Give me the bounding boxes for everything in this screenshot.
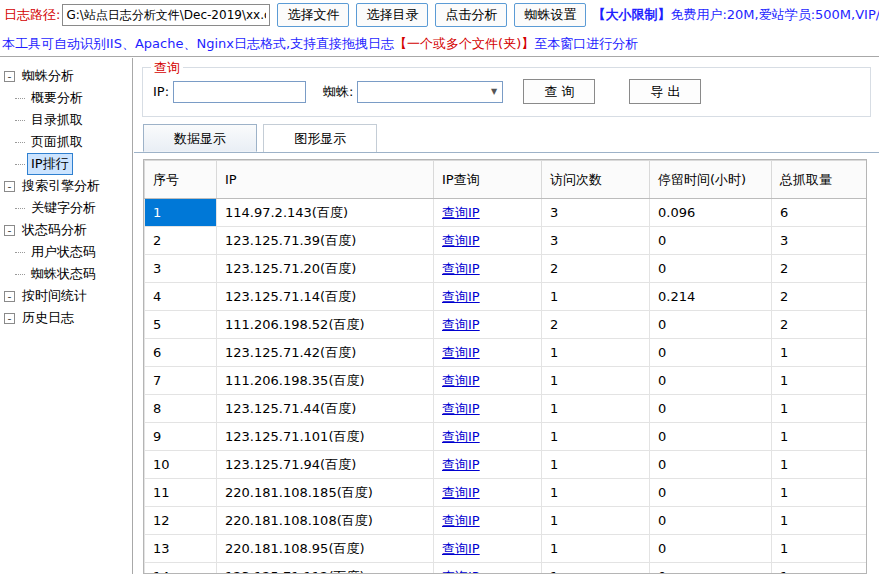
sidebar-item-summary-analysis[interactable]: 概要分析 xyxy=(0,87,132,109)
cell-ip[interactable]: 123.125.71.14(百度) xyxy=(217,283,434,311)
export-button[interactable]: 导 出 xyxy=(629,79,701,104)
cell-no[interactable]: 6 xyxy=(145,339,217,367)
ip-filter-input[interactable] xyxy=(173,81,306,103)
collapse-icon[interactable]: - xyxy=(4,313,15,324)
cell-no[interactable]: 10 xyxy=(145,451,217,479)
cell-visits[interactable]: 1 xyxy=(542,283,650,311)
header-no[interactable]: 序号 xyxy=(145,161,217,199)
cell-visits[interactable]: 1 xyxy=(542,451,650,479)
cell-ip[interactable]: 123.125.71.101(百度) xyxy=(217,423,434,451)
sidebar-item-page-crawl[interactable]: 页面抓取 xyxy=(0,131,132,153)
cell-no[interactable]: 11 xyxy=(145,479,217,507)
cell-ip[interactable]: 123.125.71.39(百度) xyxy=(217,227,434,255)
cell-stay-time[interactable]: 0.096 xyxy=(650,199,772,227)
cell-visits[interactable]: 3 xyxy=(542,227,650,255)
header-stay-time[interactable]: 停留时间(小时) xyxy=(650,161,772,199)
cell-no[interactable]: 7 xyxy=(145,367,217,395)
ip-lookup-link[interactable]: 查询IP xyxy=(442,485,480,500)
cell-ip[interactable]: 123.125.71.94(百度) xyxy=(217,451,434,479)
ip-lookup-link[interactable]: 查询IP xyxy=(442,429,480,444)
cell-no[interactable]: 1 xyxy=(145,199,217,227)
cell-no[interactable]: 5 xyxy=(145,311,217,339)
cell-ip[interactable]: 114.97.2.143(百度) xyxy=(217,199,434,227)
cell-total-crawl[interactable]: 1 xyxy=(772,563,867,574)
ip-lookup-link[interactable]: 查询IP xyxy=(442,541,480,556)
cell-no[interactable]: 12 xyxy=(145,507,217,535)
sidebar-item-directory-crawl[interactable]: 目录抓取 xyxy=(0,109,132,131)
cell-ip[interactable]: 123.125.71.42(百度) xyxy=(217,339,434,367)
cell-total-crawl[interactable]: 2 xyxy=(772,283,867,311)
ip-lookup-link[interactable]: 查询IP xyxy=(442,317,480,332)
header-total-crawl[interactable]: 总抓取量 xyxy=(772,161,867,199)
cell-stay-time[interactable]: 0 xyxy=(650,507,772,535)
header-ip-lookup[interactable]: IP查询 xyxy=(434,161,542,199)
log-path-input[interactable] xyxy=(62,4,270,26)
cell-ip[interactable]: 123.125.71.112(百度) xyxy=(217,563,434,574)
cell-visits[interactable]: 1 xyxy=(542,535,650,563)
cell-ip[interactable]: 220.181.108.185(百度) xyxy=(217,479,434,507)
ip-lookup-link[interactable]: 查询IP xyxy=(442,345,480,360)
cell-total-crawl[interactable]: 1 xyxy=(772,367,867,395)
collapse-icon[interactable]: - xyxy=(4,71,15,82)
header-visits[interactable]: 访问次数 xyxy=(542,161,650,199)
cell-visits[interactable]: 1 xyxy=(542,479,650,507)
ip-lookup-link[interactable]: 查询IP xyxy=(442,289,480,304)
cell-stay-time[interactable]: 0 xyxy=(650,395,772,423)
collapse-icon[interactable]: - xyxy=(4,181,15,192)
cell-total-crawl[interactable]: 6 xyxy=(772,199,867,227)
cell-stay-time[interactable]: 0.214 xyxy=(650,283,772,311)
cell-visits[interactable]: 1 xyxy=(542,367,650,395)
cell-ip[interactable]: 220.181.108.108(百度) xyxy=(217,507,434,535)
cell-ip[interactable]: 123.125.71.44(百度) xyxy=(217,395,434,423)
spider-select[interactable]: ▼ xyxy=(357,81,503,103)
cell-ip[interactable]: 111.206.198.52(百度) xyxy=(217,311,434,339)
cell-no[interactable]: 2 xyxy=(145,227,217,255)
sidebar-item-history-log[interactable]: -历史日志 xyxy=(0,307,132,329)
cell-no[interactable]: 13 xyxy=(145,535,217,563)
collapse-icon[interactable]: - xyxy=(4,225,15,236)
sidebar-item-status-code-analysis[interactable]: -状态码分析 xyxy=(0,219,132,241)
cell-visits[interactable]: 1 xyxy=(542,395,650,423)
cell-stay-time[interactable]: 0 xyxy=(650,339,772,367)
analyze-button[interactable]: 点击分析 xyxy=(435,3,507,27)
cell-stay-time[interactable]: 0 xyxy=(650,423,772,451)
sidebar-item-time-statistics[interactable]: -按时间统计 xyxy=(0,285,132,307)
ip-lookup-link[interactable]: 查询IP xyxy=(442,401,480,416)
chevron-down-icon[interactable]: ▼ xyxy=(485,82,502,102)
cell-total-crawl[interactable]: 1 xyxy=(772,507,867,535)
ip-lookup-link[interactable]: 查询IP xyxy=(442,513,480,528)
cell-total-crawl[interactable]: 2 xyxy=(772,255,867,283)
select-dir-button[interactable]: 选择目录 xyxy=(356,3,428,27)
sidebar-item-spider-analysis[interactable]: -蜘蛛分析 xyxy=(0,65,132,87)
spider-settings-button[interactable]: 蜘蛛设置 xyxy=(514,3,586,27)
header-ip[interactable]: IP xyxy=(217,161,434,199)
cell-stay-time[interactable]: 0 xyxy=(650,535,772,563)
ip-lookup-link[interactable]: 查询IP xyxy=(442,261,480,276)
cell-visits[interactable]: 1 xyxy=(542,507,650,535)
sidebar-item-keyword-analysis[interactable]: 关键字分析 xyxy=(0,197,132,219)
cell-visits[interactable]: 3 xyxy=(542,199,650,227)
ip-lookup-link[interactable]: 查询IP xyxy=(442,205,480,220)
cell-stay-time[interactable]: 0 xyxy=(650,563,772,574)
tab-graph-display[interactable]: 图形显示 xyxy=(263,124,377,152)
collapse-icon[interactable]: - xyxy=(4,291,15,302)
cell-total-crawl[interactable]: 1 xyxy=(772,339,867,367)
cell-no[interactable]: 3 xyxy=(145,255,217,283)
cell-ip[interactable]: 111.206.198.35(百度) xyxy=(217,367,434,395)
cell-total-crawl[interactable]: 1 xyxy=(772,479,867,507)
cell-total-crawl[interactable]: 1 xyxy=(772,395,867,423)
cell-no[interactable]: 8 xyxy=(145,395,217,423)
cell-total-crawl[interactable]: 1 xyxy=(772,535,867,563)
cell-total-crawl[interactable]: 1 xyxy=(772,451,867,479)
cell-visits[interactable]: 1 xyxy=(542,339,650,367)
cell-total-crawl[interactable]: 3 xyxy=(772,227,867,255)
cell-visits[interactable]: 2 xyxy=(542,311,650,339)
cell-no[interactable]: 4 xyxy=(145,283,217,311)
cell-ip[interactable]: 220.181.108.95(百度) xyxy=(217,535,434,563)
cell-visits[interactable]: 2 xyxy=(542,255,650,283)
cell-total-crawl[interactable]: 2 xyxy=(772,311,867,339)
cell-stay-time[interactable]: 0 xyxy=(650,227,772,255)
cell-visits[interactable]: 1 xyxy=(542,563,650,574)
sidebar-item-spider-status-code[interactable]: 蜘蛛状态码 xyxy=(0,263,132,285)
cell-ip[interactable]: 123.125.71.20(百度) xyxy=(217,255,434,283)
